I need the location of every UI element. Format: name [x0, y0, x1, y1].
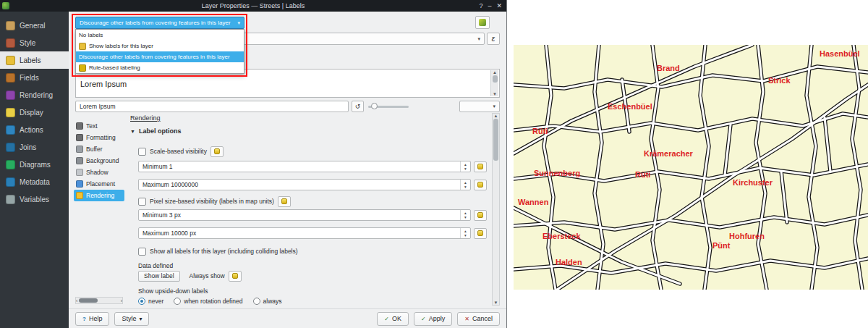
tab-placement[interactable]: Placement — [74, 178, 124, 190]
help-titlebar-icon[interactable]: ? — [479, 2, 482, 9]
scrollbar-thumb[interactable] — [79, 298, 98, 303]
reset-preview-button[interactable]: ↺ — [352, 101, 364, 112]
minimum-pixel-spinbox[interactable]: Minimum 3 px ▴▾ — [138, 209, 471, 221]
sidebar-item-diagrams[interactable]: Diagrams — [0, 156, 69, 173]
data-defined-button[interactable] — [474, 210, 487, 221]
dropdown-option[interactable]: No labels — [76, 30, 244, 41]
map-canvas: HasenbüelBrandStrickEschenbüelRütiKrämer… — [514, 45, 868, 290]
subtabs-horizontal-scrollbar[interactable]: ‹ › — [75, 297, 123, 304]
sidebar-item-display[interactable]: Display — [0, 104, 69, 121]
help-button[interactable]: ? Help — [75, 312, 109, 326]
dialog-titlebar[interactable]: Layer Properties — Streets | Labels ? – … — [0, 0, 506, 12]
expression-builder-button[interactable]: ε — [487, 33, 500, 45]
style-button[interactable]: Style ▾ — [114, 312, 149, 326]
ok-button[interactable]: ✓ OK — [377, 312, 409, 326]
slider-handle[interactable] — [371, 103, 378, 109]
scroll-up-icon[interactable]: ▲ — [493, 70, 497, 75]
sidebar-item-rendering[interactable]: Rendering — [0, 86, 69, 104]
radio-option-always[interactable]: always — [253, 298, 282, 305]
help-button-label: Help — [89, 315, 103, 322]
data-defined-button[interactable] — [474, 161, 487, 172]
scroll-down-icon[interactable]: ▼ — [493, 92, 497, 96]
data-defined-button[interactable] — [229, 271, 242, 282]
panel-scrollbar[interactable]: ▲ ▼ — [492, 113, 500, 306]
sidebar-item-label: Joins — [20, 143, 36, 151]
minimize-icon[interactable]: – — [488, 2, 491, 9]
label-options-group[interactable]: ▼ Label options — [130, 127, 181, 135]
svg-text:Pünt: Pünt — [712, 241, 731, 250]
cancel-button-label: Cancel — [472, 315, 493, 322]
apply-button[interactable]: ✓ Apply — [414, 312, 452, 326]
svg-text:Rüti: Rüti — [532, 127, 548, 135]
svg-text:Rüti: Rüti — [635, 170, 650, 179]
dropdown-option-label: Discourage other labels from covering fe… — [79, 54, 230, 60]
sidebar-item-variables[interactable]: Variables — [0, 190, 69, 208]
tab-rendering[interactable]: Rendering — [74, 190, 124, 201]
chevron-down-icon: ▾ — [493, 104, 495, 109]
cancel-button[interactable]: ✕ Cancel — [457, 312, 500, 326]
dialog-button-box: ? Help Style ▾ ✓ OK ✓ Apply ✕ Cancel — [69, 308, 506, 328]
minimum-scale-value: Minimum 1 — [142, 163, 173, 170]
scroll-down-icon[interactable]: ▼ — [494, 300, 498, 305]
radio-option-never[interactable]: never — [138, 298, 163, 305]
minimum-scale-spinbox[interactable]: Minimum 1 ▴▾ — [138, 161, 471, 172]
sidebar-item-metadata[interactable]: Metadata — [0, 173, 69, 190]
radio-label: when rotation defined — [184, 298, 242, 305]
radio-option-when-rotation-defined[interactable]: when rotation defined — [174, 298, 242, 305]
show-label-button[interactable]: Show label — [138, 271, 180, 282]
formatting-tab-icon — [76, 134, 83, 141]
scrollbar-thumb[interactable] — [493, 75, 498, 83]
show-all-labels-checkbox[interactable] — [138, 248, 146, 256]
display-icon — [6, 108, 15, 117]
preview-scrollbar[interactable]: ▲ ▼ — [490, 70, 498, 96]
chevron-down-icon: ▾ — [477, 36, 480, 42]
preview-text-input[interactable]: Lorem Ipsum — [75, 101, 349, 112]
scroll-right-icon[interactable]: › — [121, 298, 122, 303]
sidebar-item-labels[interactable]: Labels — [0, 51, 69, 69]
svg-text:Halden: Halden — [556, 258, 582, 266]
collapse-arrow-icon[interactable]: ▼ — [130, 129, 135, 134]
scroll-up-icon[interactable]: ▲ — [494, 114, 498, 118]
radio-label: never — [148, 298, 163, 305]
sidebar-item-joins[interactable]: Joins — [0, 138, 69, 156]
maximum-scale-spinbox[interactable]: Maximum 10000000 ▴▾ — [138, 179, 471, 190]
dropdown-option[interactable]: Rule-based labeling — [76, 62, 244, 73]
tab-shadow[interactable]: Shadow — [74, 167, 124, 178]
radio-button[interactable] — [253, 298, 260, 305]
dropdown-option[interactable]: Show labels for this layer — [76, 41, 244, 51]
labeling-mode-value: Discourage other labels from covering fe… — [80, 20, 231, 26]
preview-zoom-combobox[interactable]: ▾ — [459, 101, 500, 112]
tab-text[interactable]: Text — [74, 120, 124, 132]
tab-formatting[interactable]: Formatting — [74, 132, 124, 143]
tab-background[interactable]: Background — [74, 155, 124, 167]
dropdown-option[interactable]: Discourage other labels from covering fe… — [76, 51, 244, 62]
data-defined-button[interactable] — [210, 146, 224, 157]
radio-button[interactable] — [174, 298, 181, 305]
data-defined-button[interactable] — [474, 180, 487, 190]
scroll-left-icon[interactable]: ‹ — [76, 298, 77, 303]
scale-based-visibility-checkbox[interactable] — [138, 148, 146, 156]
svg-text:Kirchuster: Kirchuster — [733, 178, 773, 187]
spinner-arrows-icon[interactable]: ▴▾ — [460, 210, 470, 220]
data-defined-button[interactable] — [278, 196, 291, 207]
tab-buffer[interactable]: Buffer — [74, 143, 124, 155]
sidebar-item-actions[interactable]: Actions — [0, 121, 69, 138]
automated-placement-settings-button[interactable] — [475, 16, 490, 29]
radio-button[interactable] — [138, 298, 145, 305]
sidebar-item-fields[interactable]: Fields — [0, 69, 69, 86]
sidebar-item-style[interactable]: Style — [0, 34, 69, 51]
spinner-arrows-icon[interactable]: ▴▾ — [460, 180, 470, 190]
maximum-pixel-spinbox[interactable]: Maximum 10000 px ▴▾ — [138, 227, 471, 239]
labeling-mode-combobox[interactable]: Discourage other labels from covering fe… — [75, 17, 244, 29]
sidebar-item-label: Actions — [20, 126, 43, 134]
sidebar-item-general[interactable]: General — [0, 17, 69, 34]
scrollbar-thumb[interactable] — [493, 119, 498, 161]
data-defined-button[interactable] — [474, 228, 487, 239]
preview-scale-slider[interactable] — [368, 101, 409, 112]
spinner-arrows-icon[interactable]: ▴▾ — [460, 228, 470, 238]
tab-label: Text — [86, 122, 98, 130]
spinner-arrows-icon[interactable]: ▴▾ — [460, 161, 470, 172]
svg-text:Brand: Brand — [657, 64, 680, 72]
close-icon[interactable]: ✕ — [496, 2, 502, 9]
pixel-size-visibility-checkbox[interactable] — [138, 198, 146, 206]
